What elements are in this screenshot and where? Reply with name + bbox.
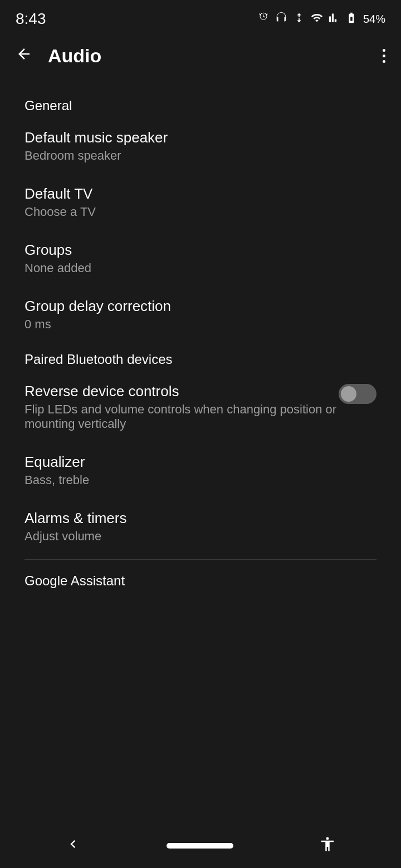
more-dot-1 — [383, 49, 385, 52]
default-tv-title: Default TV — [25, 185, 376, 203]
google-assistant-section: Google Assistant — [0, 564, 401, 593]
nav-back-button[interactable] — [65, 836, 81, 856]
app-bar: Audio — [0, 33, 401, 78]
more-options-button[interactable] — [383, 49, 385, 63]
default-tv-item[interactable]: Default TV Choose a TV — [0, 174, 401, 230]
group-delay-correction-item[interactable]: Group delay correction 0 ms — [0, 287, 401, 343]
group-delay-correction-title: Group delay correction — [25, 298, 376, 315]
equalizer-subtitle: Bass, treble — [25, 473, 376, 487]
reverse-device-controls-title: Reverse device controls — [25, 383, 339, 400]
bluetooth-section: Paired Bluetooth devices Reverse device … — [0, 343, 401, 555]
reverse-device-controls-item[interactable]: Reverse device controls Flip LEDs and vo… — [0, 372, 401, 442]
toggle-thumb — [341, 386, 356, 402]
reverse-device-controls-toggle[interactable] — [339, 384, 376, 404]
default-tv-text: Default TV Choose a TV — [25, 185, 376, 219]
battery-percent: 54% — [363, 13, 385, 26]
default-tv-subtitle: Choose a TV — [25, 205, 376, 219]
group-delay-correction-subtitle: 0 ms — [25, 317, 376, 332]
general-section-header: General — [0, 89, 401, 118]
reverse-device-controls-toggle-container — [339, 384, 376, 404]
wifi-icon — [311, 12, 323, 27]
alarms-timers-item[interactable]: Alarms & timers Adjust volume — [0, 499, 401, 555]
default-music-speaker-subtitle: Bedroom speaker — [25, 149, 376, 163]
nav-home-button[interactable] — [167, 843, 233, 849]
signal-icon — [329, 12, 340, 27]
groups-item[interactable]: Groups None added — [0, 230, 401, 287]
alarms-timers-title: Alarms & timers — [25, 510, 376, 527]
default-music-speaker-title: Default music speaker — [25, 129, 376, 146]
alarms-timers-text: Alarms & timers Adjust volume — [25, 510, 376, 544]
equalizer-title: Equalizer — [25, 453, 376, 471]
equalizer-text: Equalizer Bass, treble — [25, 453, 376, 487]
main-content: General Default music speaker Bedroom sp… — [0, 78, 401, 604]
default-music-speaker-text: Default music speaker Bedroom speaker — [25, 129, 376, 163]
status-time: 8:43 — [16, 10, 46, 28]
status-bar: 8:43 — [0, 0, 401, 33]
page-title: Audio — [48, 45, 101, 67]
more-dot-2 — [383, 55, 385, 57]
general-section: General Default music speaker Bedroom sp… — [0, 89, 401, 343]
headphone-icon — [275, 12, 287, 27]
equalizer-item[interactable]: Equalizer Bass, treble — [0, 442, 401, 499]
groups-title: Groups — [25, 241, 376, 259]
bluetooth-section-header: Paired Bluetooth devices — [0, 343, 401, 372]
app-bar-left: Audio — [16, 45, 101, 67]
groups-text: Groups None added — [25, 241, 376, 275]
alarms-timers-subtitle: Adjust volume — [25, 529, 376, 544]
reverse-device-controls-subtitle: Flip LEDs and volume controls when chang… — [25, 402, 339, 431]
default-music-speaker-item[interactable]: Default music speaker Bedroom speaker — [0, 118, 401, 174]
back-button[interactable] — [16, 46, 32, 66]
audio-routing-icon — [293, 12, 305, 27]
group-delay-correction-text: Group delay correction 0 ms — [25, 298, 376, 332]
bottom-nav — [0, 823, 401, 868]
battery-icon — [345, 12, 358, 27]
status-icons: 54% — [257, 12, 385, 27]
more-dot-3 — [383, 60, 385, 63]
nav-accessibility-button[interactable] — [319, 836, 336, 856]
groups-subtitle: None added — [25, 261, 376, 275]
alarm-icon — [257, 12, 270, 27]
reverse-device-controls-text: Reverse device controls Flip LEDs and vo… — [25, 383, 339, 431]
google-assistant-section-header: Google Assistant — [0, 564, 401, 593]
section-divider — [25, 559, 376, 560]
